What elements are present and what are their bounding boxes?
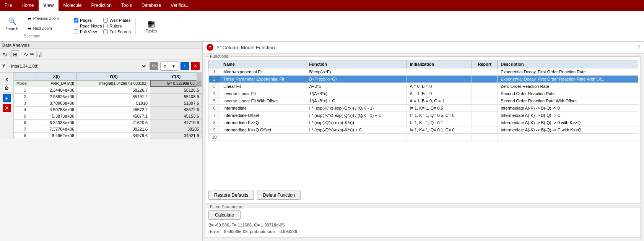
row-x: 6.34088e+06 [36, 120, 77, 126]
full-screen-check[interactable] [103, 29, 108, 34]
tab-view[interactable]: View [39, 0, 59, 11]
app-container: File Home View Molecule Prediction Tools… [0, 0, 644, 241]
fn-name: Intermediate Offset [220, 112, 306, 119]
fn-num: 9 [209, 126, 220, 134]
fn-init [407, 76, 472, 83]
full-screen-label: Full Screen [109, 29, 131, 34]
fn-name: Mono-exponential Fit [220, 68, 306, 76]
function-row[interactable]: 4 Inverse Linear Fit 1/(A+B*x) A = 1, B … [209, 90, 638, 97]
model-row: Model ARR_DATA(I) Integral(1.342687,1.08… [14, 80, 202, 87]
fn-init: A = 1, B = 0, C = 1 [407, 97, 472, 105]
function-row[interactable]: 6 Intermediate I * (exp(-K*x)-exp(-Q*x))… [209, 105, 638, 112]
page-notes-check[interactable] [74, 24, 78, 28]
fn-name: Three Parameter Exponential Fit [220, 76, 306, 83]
rulers-check[interactable] [103, 24, 108, 28]
toolbar-separator-1: | [9, 52, 10, 57]
row-yprime: 55108.9 [150, 94, 202, 100]
functions-group: Functions Name Function Initialization R… [206, 57, 641, 204]
fn-formula: I * (exp(-K*x)-exp(-Q*x)) / (Q/K - 1) [306, 105, 407, 112]
tab-file[interactable]: File [0, 0, 17, 11]
next-zoom-button[interactable]: ➡ Next Zoom [23, 24, 61, 33]
row-num: 1 [14, 87, 36, 94]
fn-num: 8 [209, 119, 220, 126]
function-row[interactable]: 8 Intermediate K>>Q I * (exp(-Q*x)-exp(-… [209, 119, 638, 126]
row-x: 8.4962e+06 [36, 133, 77, 139]
row-num: 6 [14, 120, 36, 126]
left-panel: Data Analysis ∿ | ⊞ - ∿ ✏ 📊 Y Inte(1.34,… [0, 42, 203, 241]
calculate-button[interactable]: Calculate [208, 210, 241, 220]
y-delete-button[interactable]: ✕ [191, 62, 200, 70]
function-row[interactable]: 7 Intermediate Offset I * (exp(-K*x)-exp… [209, 112, 638, 119]
help-button[interactable]: ? [637, 44, 640, 50]
col-header-x: X(I) [36, 73, 77, 81]
checkbox-items: Pages Page Notes Full View [74, 18, 131, 34]
restore-defaults-button[interactable]: Restore Defaults [208, 191, 254, 200]
function-row[interactable]: 9 Intermediate K>>Q Offset I * (exp(-Q*x… [209, 126, 638, 134]
well-plates-label: Well Plates [109, 18, 130, 23]
previous-zoom-button[interactable]: ⬅ Previous Zoom [23, 14, 61, 23]
tables-button[interactable]: ▦ Tables [143, 18, 159, 34]
pages-check[interactable] [74, 18, 78, 23]
full-view-checkbox[interactable]: Full View [74, 29, 102, 34]
fitted-results-line2: rError = 9.66389e-09, probnotmono = 0.99… [208, 228, 638, 235]
row-x: 4.50753e+06 [36, 107, 77, 113]
fn-formula: 1/(A+B*x) + C [306, 97, 407, 105]
main-content: Data Analysis ∿ | ⊞ - ∿ ✏ 📊 Y Inte(1.34,… [0, 42, 644, 241]
prev-zoom-label: Previous Zoom [33, 16, 59, 21]
tab-database[interactable]: Database [137, 0, 166, 11]
analysis-toolbar: ∿ | ⊞ - ∿ ✏ 📊 [0, 49, 202, 60]
function-row[interactable]: 3 Linear Fit A+B*x A = 0, B = 0 Zero Ord… [209, 83, 638, 90]
rulers-checkbox[interactable]: Rulers [103, 24, 131, 28]
function-row[interactable]: 1 Mono-exponential Fit B*exp(-x*F) Expon… [209, 68, 638, 76]
prev-zoom-icon: ⬅ [26, 15, 33, 23]
y-gear-button[interactable]: ⚙ [150, 62, 158, 70]
pages-checkbox[interactable]: Pages [74, 18, 102, 23]
row-y: 51918 [77, 100, 150, 107]
y-add-button[interactable]: + [181, 62, 189, 70]
fn-formula: B*exp(-x*F) [306, 68, 407, 76]
fn-report [472, 97, 498, 105]
fn-desc: Intermediate A(-K) -> B(-Q) -> C with K>… [498, 126, 638, 134]
fn-desc: Exponential Decay, First Order Reaction … [498, 76, 638, 83]
fn-formula: I * (exp(-Q*x)-exp(-K*x)) + C [306, 126, 407, 134]
zoom-in-icon: 🔍 [7, 16, 18, 27]
tab-home[interactable]: Home [17, 0, 39, 11]
y-row: Y Inte(1.34,1.08) ⚙ ⚙ ▼ + ✕ [0, 60, 202, 73]
well-plates-check[interactable] [103, 18, 108, 23]
edit-icon[interactable]: ✏ [30, 51, 34, 57]
next-zoom-label: Next Zoom [33, 26, 52, 31]
side-add-button[interactable]: + [3, 94, 11, 102]
y-settings-button[interactable]: ⚙ [161, 62, 169, 70]
well-plates-checkbox[interactable]: Well Plates [103, 18, 131, 23]
row-yprime: 48572.6 [150, 107, 202, 113]
zoom-in-button[interactable]: 🔍 Zoom In [3, 15, 22, 32]
fn-desc: Second Order Reaction Rate With Offset [498, 97, 638, 105]
tab-verifica[interactable]: Verifica... [166, 0, 194, 11]
chart-icon[interactable]: 📊 [36, 51, 42, 57]
functions-table-wrapper[interactable]: Name Function Initialization Report Desc… [208, 60, 638, 189]
tables-group: ▦ Tables [143, 18, 164, 34]
tab-prediction[interactable]: Prediction [87, 0, 117, 11]
y-dropdown-button[interactable]: ▼ [169, 62, 178, 70]
tab-molecule[interactable]: Molecule [59, 0, 87, 11]
data-table-container[interactable]: X(I) Y(X) Y'(X) Model ARR_DATA(I) Integr… [14, 73, 202, 139]
y-select[interactable]: Inte(1.34,1.08) [8, 62, 147, 70]
page-notes-checkbox[interactable]: Page Notes [74, 24, 102, 28]
row-x: 7.37704e+06 [36, 126, 77, 133]
tab-tools[interactable]: Tools [117, 0, 137, 11]
function-row[interactable]: 10 [209, 134, 638, 141]
grid-icon[interactable]: ⊞ [11, 50, 19, 58]
fn-name: Inverse Linear Fit With Offset [220, 97, 306, 105]
side-gear-button[interactable]: ⚙ [3, 84, 11, 92]
function-row[interactable]: 5 Inverse Linear Fit With Offset 1/(A+B*… [209, 97, 638, 105]
fn-desc: Intermediate A(-K) -> B(-Q) -> 0 [498, 105, 638, 112]
fn-num: 6 [209, 105, 220, 112]
analysis-icon-2[interactable]: ∿ [24, 51, 28, 57]
side-delete-button[interactable]: ✕ [3, 104, 11, 112]
function-row-selected[interactable]: 2 Three Parameter Exponential Fit B+F*ex… [209, 76, 638, 83]
full-screen-checkbox[interactable]: Full Screen [103, 29, 131, 34]
checkboxes-group: Pages Page Notes Full View [74, 18, 136, 34]
full-view-check[interactable] [74, 29, 78, 34]
model-label: Model [14, 80, 36, 87]
delete-function-button[interactable]: Delete Function [257, 191, 301, 200]
